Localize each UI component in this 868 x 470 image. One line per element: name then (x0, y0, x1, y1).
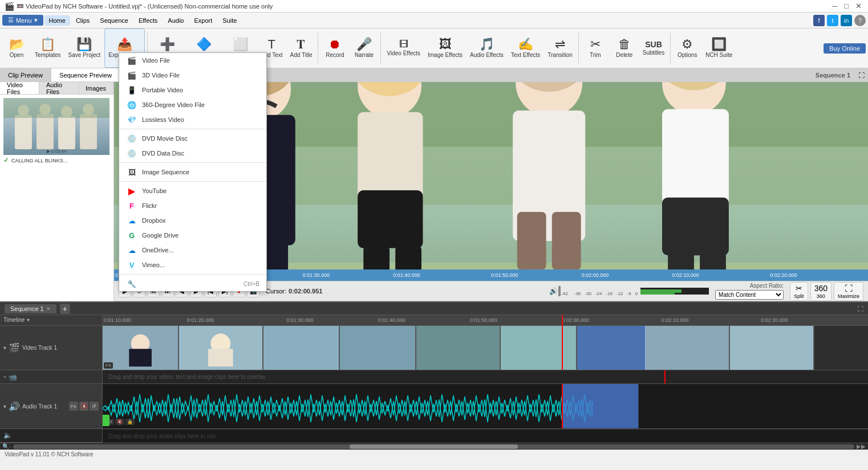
media-tab-images[interactable]: Images (79, 82, 113, 94)
export-dropbox-label: Dropbox (142, 217, 166, 224)
options-button[interactable]: ⚙ Options (673, 28, 701, 68)
open-button[interactable]: 📂 Open (2, 28, 31, 68)
minimize-btn[interactable]: ─ (830, 2, 839, 10)
add-sequence-button[interactable]: + (60, 304, 70, 314)
video-clip-6[interactable] (501, 326, 577, 370)
360-button[interactable]: 360 360 (810, 282, 832, 301)
add-title-button[interactable]: 𝐓 Add Title (287, 28, 316, 68)
nch-suite-button[interactable]: 🔲 NCH Suite (702, 28, 736, 68)
export-image-sequence[interactable]: 🖼 Image Sequence (119, 165, 266, 179)
audio-lock-badge[interactable]: 🔒 (125, 419, 135, 425)
close-btn[interactable]: ✕ (854, 2, 863, 10)
audio-loop-btn[interactable]: ↺ (90, 402, 99, 411)
export-lossless[interactable]: 💎 Lossless Video (119, 112, 266, 127)
video-clip-selected[interactable] (577, 326, 646, 370)
audio-track[interactable]: FX 🔇 🔒 (103, 384, 868, 429)
twitter-icon[interactable]: t (827, 15, 838, 26)
save-label: Save Project (68, 52, 101, 59)
track-expand-icon[interactable]: ▾ (3, 345, 6, 351)
export-dvd-data[interactable]: 💿 DVD Data Disc (119, 146, 266, 161)
expand-preview-btn[interactable]: ⛶ (855, 68, 868, 81)
image-effects-button[interactable]: 🖼 Image Effects (424, 28, 466, 68)
export-youtube[interactable]: ▶ YouTube (119, 183, 266, 198)
export-wizard[interactable]: 🔧 Ctrl+B (119, 276, 266, 291)
audio-mute-badge[interactable]: 🔇 (115, 419, 124, 425)
audio-fx-btn[interactable]: FX (69, 402, 78, 411)
video-clip-9[interactable] (730, 326, 814, 370)
overlay-expand-icon[interactable]: ▾ (3, 374, 6, 380)
menubar-item-effects[interactable]: Effects (134, 15, 162, 26)
media-tab-video[interactable]: Video Files (0, 82, 39, 94)
timeline-dropdown[interactable]: Timeline ▾ (0, 315, 102, 326)
audio-icon: 🔊 (549, 287, 558, 295)
tab-clip-preview[interactable]: Clip Preview (0, 68, 51, 81)
save-project-button[interactable]: 💾 Save Project (65, 28, 104, 68)
maximize-btn[interactable]: □ (842, 2, 850, 10)
export-dvd-movie-label: DVD Movie Disc (142, 135, 188, 142)
export-dropbox[interactable]: ☁ Dropbox (119, 213, 266, 228)
menubar-item-sequence[interactable]: Sequence (95, 15, 133, 26)
media-thumbnail[interactable]: ▶ 0:03:44 ✓ CALLING ALL BLINKS... (3, 98, 110, 164)
buy-online-button[interactable]: Buy Online (824, 43, 866, 54)
menubar-item-clips[interactable]: Clips (71, 15, 94, 26)
h-scrollbar[interactable]: 🔍- ▶▶ (0, 443, 868, 449)
export-onedrive[interactable]: ☁ OneDrive... (119, 243, 266, 258)
split-button[interactable]: ✂ Split (790, 282, 808, 301)
audio-expand-icon[interactable]: ▾ (3, 403, 6, 410)
export-video-file[interactable]: 🎬 Video File (119, 53, 266, 68)
narrate-button[interactable]: 🎤 Narrate (350, 28, 378, 68)
help-icon[interactable]: ? (854, 15, 866, 26)
h-scroll-thumb[interactable] (350, 444, 518, 449)
seq-timeline-ruler[interactable]: 0:01:10.000 0:01:20.000 0:01:30.000 0:01… (103, 315, 868, 326)
delete-button[interactable]: 🗑 Delete (610, 28, 639, 68)
sequence-tab-close-icon[interactable]: ✕ (46, 306, 51, 312)
export-dvd-movie[interactable]: 💿 DVD Movie Disc (119, 131, 266, 146)
video-clip-8[interactable] (646, 326, 731, 370)
social-icons: f t in ? (813, 15, 866, 26)
titlebar-left: 🎬 📼 VideoPad by NCH Software - Untitled.… (5, 2, 273, 11)
video-track[interactable]: FX (103, 326, 868, 371)
subtitles-button[interactable]: SUB Subtitles (639, 28, 668, 68)
export-360-video[interactable]: 🌐 360-Degree Video File (119, 97, 266, 112)
export-flickr[interactable]: F Flickr (119, 198, 266, 213)
zoom-out-icon[interactable]: 🔍- (2, 443, 11, 449)
video-clip-1[interactable]: FX (103, 326, 179, 370)
video-clip-2[interactable] (179, 326, 263, 370)
linkedin-icon[interactable]: in (841, 15, 852, 26)
video-clip-3[interactable] (263, 326, 340, 370)
menubar-item-home[interactable]: Home (44, 15, 70, 26)
video-clip-5[interactable] (416, 326, 501, 370)
record-button[interactable]: ⏺ Record (321, 28, 349, 68)
transition-button[interactable]: ⇌ Transition (544, 28, 576, 68)
audio-effects-button[interactable]: 🎵 Audio Effects (467, 28, 507, 68)
facebook-icon[interactable]: f (813, 15, 825, 26)
sequence-tab[interactable]: Sequence 1 ✕ (5, 304, 56, 313)
media-tab-audio[interactable]: Audio Files (39, 82, 79, 94)
trim-button[interactable]: ✂ Trim (581, 28, 610, 68)
menubar-item-suite[interactable]: Suite (218, 15, 241, 26)
export-google-drive[interactable]: G Google Drive (119, 228, 266, 243)
timeline-chevron-icon: ▾ (27, 317, 30, 323)
maximize-button[interactable]: ⛶ Maximize (834, 282, 863, 301)
menubar-item-audio[interactable]: Audio (163, 15, 188, 26)
text-effects-icon: ✍ (518, 38, 533, 51)
templates-button[interactable]: 📋 Templates (31, 28, 64, 68)
export-3d-video[interactable]: 🎬 3D Video File (119, 68, 266, 83)
menubar-item-export[interactable]: Export (189, 15, 217, 26)
menu-button[interactable]: ☰ Menu ▾ (2, 15, 43, 26)
export-vimeo[interactable]: V Vimeo... (119, 258, 266, 272)
svg-rect-55 (562, 384, 638, 428)
seq-expand-icon[interactable]: ⛶ (857, 305, 863, 312)
aspect-ratio-select[interactable]: Match Content 16:9 4:3 1:1 9:16 (715, 290, 784, 300)
ruler-time-3: 0:01:30.000 (303, 272, 330, 278)
export-portable-video[interactable]: 📱 Portable Video (119, 83, 266, 97)
text-effects-button[interactable]: ✍ Text Effects (508, 28, 544, 68)
export-icon: 📤 (117, 38, 132, 51)
h-scroll-track[interactable] (13, 444, 854, 449)
scroll-to-end-icon[interactable]: ▶▶ (857, 443, 866, 449)
tab-sequence-preview[interactable]: Sequence Preview (51, 68, 120, 81)
audio-mute-btn[interactable]: 🔇 (79, 402, 88, 411)
video-clip-4[interactable] (340, 326, 416, 370)
seq-tick-3: 0:01:30.000 (286, 317, 314, 323)
video-effects-button[interactable]: 🎞 Video Effects (383, 28, 424, 68)
